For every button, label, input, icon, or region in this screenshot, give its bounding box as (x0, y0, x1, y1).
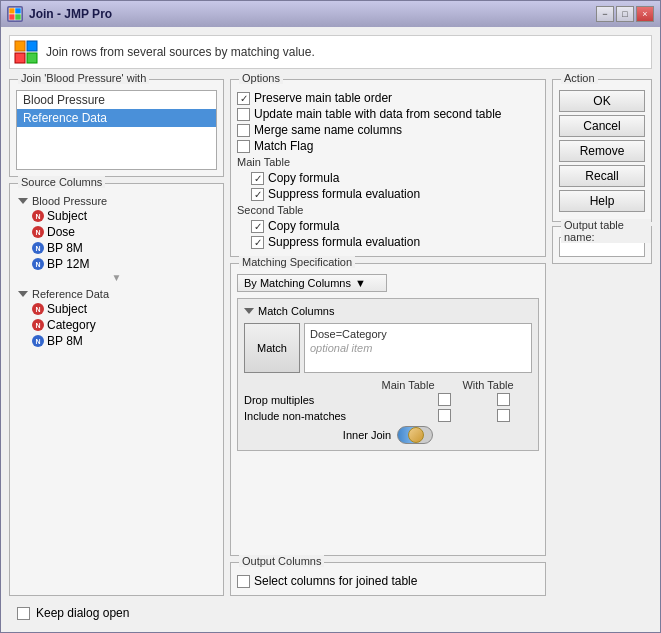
st-copy-formula-checkbox[interactable] (251, 220, 264, 233)
subject-icon: N (32, 210, 44, 222)
match-flag-label: Match Flag (254, 139, 313, 153)
matching-spec-label: Matching Specification (239, 256, 355, 268)
main-table-label: Main Table (237, 154, 539, 170)
st-suppress-row: Suppress formula evaluation (237, 234, 539, 250)
ref-col-bp8m[interactable]: N BP 8M (16, 333, 217, 349)
dropdown-label: By Matching Columns (244, 277, 351, 289)
left-panel: Join 'Blood Pressure' with Blood Pressur… (9, 79, 224, 596)
preserve-order-label: Preserve main table order (254, 91, 392, 105)
drop-multiples-main-checkbox[interactable] (438, 393, 451, 406)
ref-table-section: Reference Data N Subject N Category (16, 287, 217, 349)
ref-col-subject[interactable]: N Subject (16, 301, 217, 317)
bp-subject-label: Subject (47, 209, 87, 223)
drop-multiples-checkboxes (438, 393, 532, 406)
bp8m-icon: N (32, 242, 44, 254)
match-flag-checkbox[interactable] (237, 140, 250, 153)
match-button[interactable]: Match (244, 323, 300, 373)
output-columns-row: Select columns for joined table (237, 573, 539, 589)
ok-button[interactable]: OK (559, 90, 645, 112)
bp-table-section: Blood Pressure N Subject N Dose (16, 194, 217, 283)
maximize-button[interactable]: □ (616, 6, 634, 22)
bp-col-dose[interactable]: N Dose (16, 224, 217, 240)
drop-multiples-label: Drop multiples (244, 394, 314, 406)
option-row-preserve: Preserve main table order (237, 90, 539, 106)
remove-button[interactable]: Remove (559, 140, 645, 162)
header-row: Join rows from several sources by matchi… (9, 35, 652, 69)
bp-col-bp12m[interactable]: N BP 12M (16, 256, 217, 272)
include-non-matches-with-checkbox[interactable] (497, 409, 510, 422)
match-list: Dose=Category optional item (304, 323, 532, 373)
cancel-button[interactable]: Cancel (559, 115, 645, 137)
match-col-triangle-icon (244, 308, 254, 314)
optional-item: optional item (308, 341, 528, 355)
app-icon (7, 6, 23, 22)
option-row-matchflag: Match Flag (237, 138, 539, 154)
main-window: Join - JMP Pro − □ × Join rows from seve… (0, 0, 661, 633)
middle-panel: Options Preserve main table order Update… (230, 79, 546, 596)
mt-suppress-checkbox[interactable] (251, 188, 264, 201)
right-panel: Action OK Cancel Remove Recall Help Outp… (552, 79, 652, 596)
join-list-item-0[interactable]: Blood Pressure (17, 91, 216, 109)
output-name-label: Output table name: (561, 219, 651, 243)
ref-table-name: Reference Data (32, 288, 109, 300)
second-table-label: Second Table (237, 202, 539, 218)
svg-rect-7 (27, 53, 37, 63)
ref-bp8m-icon: N (32, 335, 44, 347)
include-non-matches-checkboxes (438, 409, 532, 422)
toggle-knob (408, 427, 424, 443)
minimize-button[interactable]: − (596, 6, 614, 22)
matching-dropdown[interactable]: By Matching Columns ▼ (237, 274, 387, 292)
svg-rect-2 (9, 14, 15, 20)
st-copy-formula-label: Copy formula (268, 219, 339, 233)
keep-open-checkbox[interactable] (17, 607, 30, 620)
st-suppress-label: Suppress formula evaluation (268, 235, 420, 249)
include-non-matches-main-checkbox[interactable] (438, 409, 451, 422)
join-with-list[interactable]: Blood Pressure Reference Data (16, 90, 217, 170)
ref-col-category[interactable]: N Category (16, 317, 217, 333)
update-main-checkbox[interactable] (237, 108, 250, 121)
close-button[interactable]: × (636, 6, 654, 22)
bp-col-bp8m[interactable]: N BP 8M (16, 240, 217, 256)
main-table-col-header: Main Table (368, 379, 448, 391)
recall-button[interactable]: Recall (559, 165, 645, 187)
ref-category-label: Category (47, 318, 96, 332)
svg-rect-6 (15, 53, 25, 63)
drop-multiples-with-checkbox[interactable] (497, 393, 510, 406)
bp-bp12m-label: BP 12M (47, 257, 89, 271)
ref-subject-label: Subject (47, 302, 87, 316)
help-button[interactable]: Help (559, 190, 645, 212)
match-area: Match Dose=Category optional item (244, 323, 532, 373)
join-list-item-1[interactable]: Reference Data (17, 109, 216, 127)
mt-suppress-label: Suppress formula evaluation (268, 187, 420, 201)
dropdown-arrow-icon: ▼ (355, 277, 366, 289)
bp-col-subject[interactable]: N Subject (16, 208, 217, 224)
bp12m-icon: N (32, 258, 44, 270)
match-item-0: Dose=Category (308, 327, 528, 341)
join-with-label: Join 'Blood Pressure' with (18, 72, 149, 84)
st-suppress-checkbox[interactable] (251, 236, 264, 249)
mt-copy-formula-checkbox[interactable] (251, 172, 264, 185)
include-non-matches-label: Include non-matches (244, 410, 346, 422)
svg-rect-1 (15, 8, 21, 14)
svg-rect-3 (15, 14, 21, 20)
preserve-order-checkbox[interactable] (237, 92, 250, 105)
st-copy-row: Copy formula (237, 218, 539, 234)
option-row-update: Update main table with data from second … (237, 106, 539, 122)
action-group: Action OK Cancel Remove Recall Help (552, 79, 652, 222)
bp-triangle-icon (18, 198, 28, 204)
inner-join-toggle[interactable] (397, 426, 433, 444)
merge-same-checkbox[interactable] (237, 124, 250, 137)
select-columns-label: Select columns for joined table (254, 574, 417, 588)
ref-table-header: Reference Data (16, 287, 217, 301)
include-non-matches-row: Include non-matches (244, 409, 532, 422)
bp-table-header: Blood Pressure (16, 194, 217, 208)
bp-bp8m-label: BP 8M (47, 241, 83, 255)
option-row-merge: Merge same name columns (237, 122, 539, 138)
col-headers: Main Table With Table (244, 379, 532, 391)
action-label: Action (561, 72, 598, 84)
svg-rect-4 (15, 41, 25, 51)
bp-table-name: Blood Pressure (32, 195, 107, 207)
window-controls: − □ × (596, 6, 654, 22)
select-columns-checkbox[interactable] (237, 575, 250, 588)
options-group: Options Preserve main table order Update… (230, 79, 546, 257)
